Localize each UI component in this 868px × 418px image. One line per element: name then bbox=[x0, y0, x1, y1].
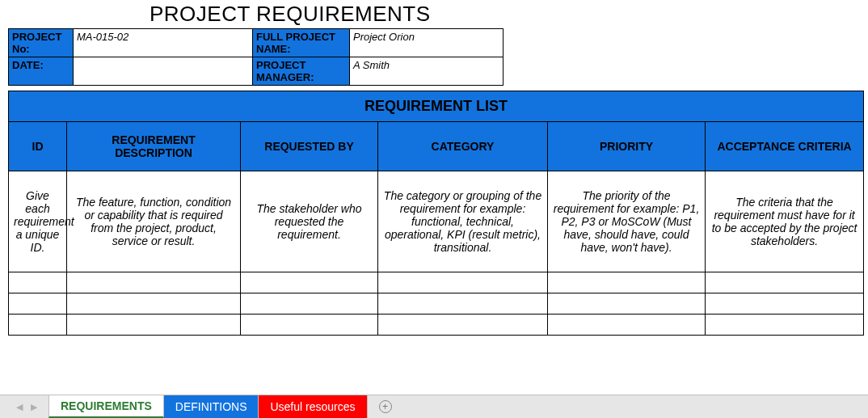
hint-category[interactable]: The category or grouping of the requirem… bbox=[378, 171, 548, 272]
project-no-label: PROJECT No: bbox=[9, 29, 74, 57]
column-headers-row: ID REQUIREMENT DESCRIPTION REQUESTED BY … bbox=[9, 122, 864, 171]
pm-value[interactable]: A Smith bbox=[350, 57, 504, 86]
pm-label: PROJECT MANAGER: bbox=[253, 57, 350, 86]
plus-icon: + bbox=[379, 400, 392, 413]
tab-useful-resources[interactable]: Useful resources bbox=[259, 395, 367, 418]
page-title: PROJECT REQUIREMENTS bbox=[150, 2, 868, 27]
col-acceptance: ACCEPTANCE CRITERIA bbox=[706, 122, 864, 171]
hint-row: Give each requirement a unique ID. The f… bbox=[9, 171, 864, 272]
tab-scroll-controls[interactable]: ◀ ▶ bbox=[0, 395, 48, 418]
project-info-table: PROJECT No: MA-015-02 FULL PROJECT NAME:… bbox=[8, 28, 504, 86]
tab-requirements[interactable]: REQUIREMENTS bbox=[48, 395, 164, 418]
hint-id[interactable]: Give each requirement a unique ID. bbox=[9, 171, 67, 272]
add-sheet-button[interactable]: + bbox=[368, 395, 403, 418]
sheet-tab-bar: ◀ ▶ REQUIREMENTS DEFINITIONS Useful reso… bbox=[0, 395, 868, 418]
date-label: DATE: bbox=[9, 57, 74, 86]
col-priority: PRIORITY bbox=[548, 122, 706, 171]
chevron-left-icon[interactable]: ◀ bbox=[16, 402, 23, 412]
col-requested-by: REQUESTED BY bbox=[241, 122, 378, 171]
date-value[interactable] bbox=[74, 57, 253, 86]
table-row[interactable] bbox=[9, 315, 864, 336]
table-row[interactable] bbox=[9, 293, 864, 315]
full-name-value[interactable]: Project Orion bbox=[350, 29, 504, 57]
tab-definitions[interactable]: DEFINITIONS bbox=[164, 395, 259, 418]
col-description: REQUIREMENT DESCRIPTION bbox=[67, 122, 241, 171]
project-no-value[interactable]: MA-015-02 bbox=[74, 29, 253, 57]
requirement-list-header: REQUIREMENT LIST bbox=[9, 91, 864, 122]
full-name-label: FULL PROJECT NAME: bbox=[253, 29, 350, 57]
chevron-right-icon[interactable]: ▶ bbox=[31, 402, 37, 412]
hint-desc[interactable]: The feature, function, condition or capa… bbox=[67, 171, 241, 272]
col-category: CATEGORY bbox=[378, 122, 548, 171]
hint-priority[interactable]: The priority of the requirement for exam… bbox=[548, 171, 706, 272]
hint-acceptance[interactable]: The criteria that the requirement must h… bbox=[706, 171, 864, 272]
hint-requested-by[interactable]: The stakeholder who requested the requir… bbox=[241, 171, 378, 272]
requirements-table: REQUIREMENT LIST ID REQUIREMENT DESCRIPT… bbox=[8, 91, 864, 336]
col-id: ID bbox=[9, 122, 67, 171]
table-row[interactable] bbox=[9, 272, 864, 293]
